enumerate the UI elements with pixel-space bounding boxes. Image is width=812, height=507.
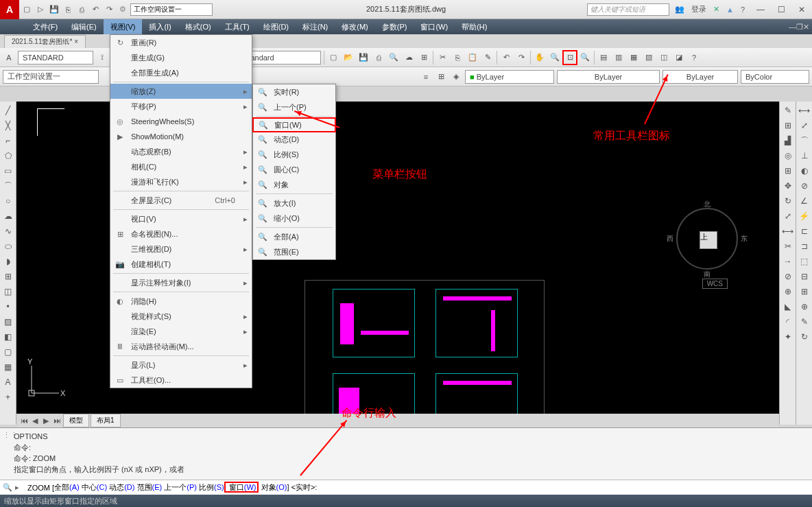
dim-edit-icon[interactable]: ✎	[798, 316, 811, 328]
workspace-combo[interactable]: 工作空间设置一	[3, 70, 99, 84]
region-icon[interactable]: ▢	[2, 346, 14, 358]
layer-combo[interactable]: ■ ByLayer	[465, 70, 554, 84]
lineweight-combo[interactable]: ByLayer	[662, 70, 738, 84]
zoom-window-icon[interactable]: ⊡	[562, 50, 577, 65]
mirror-icon[interactable]: ▟	[782, 134, 794, 147]
circle-icon[interactable]: ○	[2, 195, 14, 207]
new2-icon[interactable]: ▢	[326, 50, 341, 65]
menu-item[interactable]: 全屏显示(C)Ctrl+0	[110, 193, 252, 208]
menu-insert[interactable]: 插入(I)	[142, 19, 178, 34]
insert-icon[interactable]: ⊞	[2, 270, 14, 283]
block-make-icon[interactable]: ◫	[2, 285, 14, 298]
submenu-item[interactable]: 🔍圆心(C)	[253, 162, 335, 177]
line-icon[interactable]: ╱	[2, 104, 14, 117]
submenu-item[interactable]: 🔍窗口(W)	[252, 117, 336, 132]
dim-ord-icon[interactable]: ⊥	[798, 150, 811, 162]
mtext-icon[interactable]: A	[2, 376, 14, 388]
chamfer-icon[interactable]: ◣	[782, 300, 794, 313]
workspace-selector[interactable]: 工作空间设置一	[130, 3, 213, 16]
rotate-icon[interactable]: ↻	[782, 195, 794, 207]
dim-update-icon[interactable]: ↻	[798, 331, 811, 343]
menu-help[interactable]: 帮助(H)	[455, 19, 494, 34]
submenu-item[interactable]: 🔍实时(R)	[253, 84, 335, 99]
match-icon[interactable]: ✎	[480, 50, 495, 65]
dim-aligned-icon[interactable]: ⤢	[798, 119, 811, 132]
move-icon[interactable]: ✥	[782, 180, 794, 192]
redo-icon[interactable]: ↷	[103, 3, 115, 16]
dim-quick-icon[interactable]: ⚡	[798, 210, 811, 222]
gear-icon[interactable]: ⚙	[119, 5, 126, 14]
menu-item[interactable]: ◎SteeringWheels(S)	[110, 114, 252, 129]
dim-arc-icon[interactable]: ⌒	[798, 134, 811, 147]
layer-icon[interactable]: ≡	[418, 69, 433, 84]
menu-item[interactable]: 视觉样式(S)▸	[110, 309, 252, 324]
app-logo[interactable]: A	[0, 0, 19, 19]
menu-item[interactable]: 三维视图(D)▸	[110, 241, 252, 257]
menu-file[interactable]: 文件(F)	[26, 19, 64, 34]
menu-draw[interactable]: 绘图(D)	[256, 19, 296, 34]
publish-icon[interactable]: ☁	[401, 50, 416, 65]
close-button[interactable]: ✕	[791, 3, 812, 16]
open-icon[interactable]: ▷	[34, 3, 47, 16]
menu-item[interactable]: 显示(L)▸	[110, 357, 252, 373]
ellipse-icon[interactable]: ⬭	[2, 240, 14, 252]
menu-window[interactable]: 窗口(W)	[414, 19, 455, 34]
maximize-button[interactable]: ☐	[771, 3, 791, 16]
saveas-icon[interactable]: ⎘	[62, 3, 74, 16]
tab-first-icon[interactable]: ⏮	[19, 416, 29, 425]
table-icon[interactable]: ▦	[2, 361, 14, 373]
people-icon[interactable]: 👥	[675, 5, 684, 14]
undo2-icon[interactable]: ↶	[499, 50, 514, 65]
arc-icon[interactable]: ⌒	[2, 180, 14, 192]
tab-last-icon[interactable]: ⏭	[52, 416, 62, 425]
layer2-icon[interactable]: ⊞	[433, 69, 449, 84]
polygon-icon[interactable]: ⬠	[2, 150, 14, 162]
spline-icon[interactable]: ∿	[2, 225, 14, 237]
extend-icon[interactable]: →	[782, 255, 794, 268]
login-link[interactable]: 登录	[691, 4, 706, 14]
zoom-prev-icon[interactable]: 🔍	[577, 50, 593, 65]
doc-restore-icon[interactable]: ❐	[796, 23, 803, 32]
dim-linear-icon[interactable]: ⟷	[798, 104, 811, 117]
addsel-icon[interactable]: +	[2, 391, 14, 403]
menu-item[interactable]: 缩放(Z)▸	[110, 84, 252, 99]
submenu-item[interactable]: 🔍缩小(O)	[253, 211, 335, 226]
scale-icon[interactable]: ⤢	[782, 210, 794, 222]
help-search-input[interactable]: 键入关键字或短语	[587, 3, 669, 16]
break-icon[interactable]: ⊘	[782, 270, 794, 283]
dimstyle-icon[interactable]: ⟟	[95, 50, 110, 65]
calc-icon[interactable]: ▧	[641, 50, 656, 65]
wcs-label[interactable]: WCS	[702, 279, 728, 289]
pline-icon[interactable]: ⌐	[2, 134, 14, 147]
color-combo[interactable]: ByColor	[741, 70, 809, 84]
dim-rad-icon[interactable]: ◐	[798, 165, 811, 177]
tab-prev-icon[interactable]: ◀	[30, 416, 40, 425]
dim-tol-icon[interactable]: ⊞	[798, 285, 811, 298]
minimize-button[interactable]: —	[750, 3, 771, 16]
ellipsearc-icon[interactable]: ◗	[2, 255, 14, 268]
app-icon[interactable]: ▲	[726, 5, 734, 14]
copy-icon[interactable]: ⎘	[450, 50, 465, 65]
xline-icon[interactable]: ╳	[2, 119, 14, 132]
trim-icon[interactable]: ✂	[782, 240, 794, 252]
menu-item[interactable]: 显示注释性对象(I)▸	[110, 275, 252, 290]
menu-dimension[interactable]: 标注(N)	[296, 19, 335, 34]
cmd-chevron-icon[interactable]: ▸	[15, 483, 27, 492]
cmd-grip-icon[interactable]: ⋮⋮	[3, 431, 18, 440]
cmd-search-icon[interactable]: 🔍	[3, 483, 15, 492]
cut-icon[interactable]: ✂	[435, 50, 450, 65]
menu-item[interactable]: 相机(C)▸	[110, 159, 252, 174]
join-icon[interactable]: ⊕	[782, 285, 794, 298]
file-tab[interactable]: 2021.5.11套房图纸* ×	[4, 35, 86, 48]
undo-icon[interactable]: ↶	[89, 3, 102, 16]
props-icon[interactable]: ▤	[596, 50, 611, 65]
help2-icon[interactable]: ?	[686, 50, 702, 65]
menu-item[interactable]: 渲染(E)▸	[110, 324, 252, 339]
layer3-icon[interactable]: ◈	[449, 69, 464, 84]
rect-icon[interactable]: ▭	[2, 165, 14, 177]
offset-icon[interactable]: ◎	[782, 150, 794, 162]
viewcube-top[interactable]: 上	[700, 231, 717, 249]
pan-icon[interactable]: ✋	[532, 50, 547, 65]
command-line[interactable]: 🔍 ▸ ZOOM [全部(A) 中心(C) 动态(D) 范围(E) 上一个(P)…	[0, 480, 812, 495]
help-icon[interactable]: ?	[741, 5, 745, 14]
